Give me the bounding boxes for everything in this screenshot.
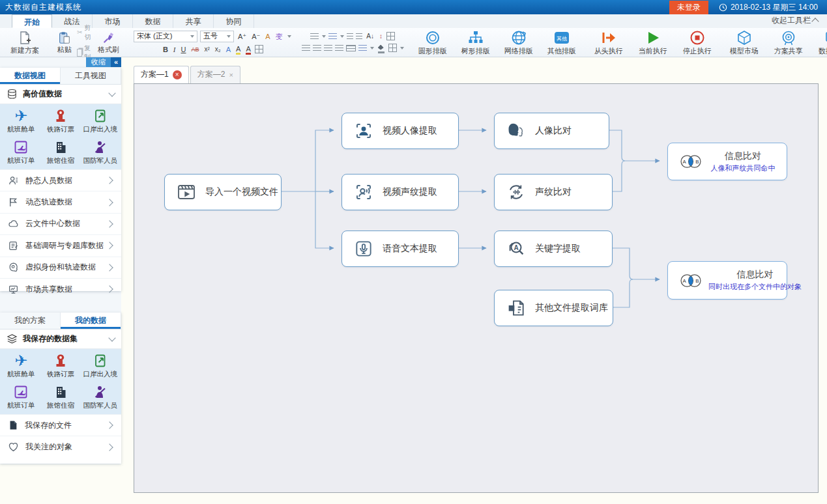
italic-button[interactable]: I: [172, 45, 177, 54]
node-import-video-file[interactable]: 导入一个视频文件: [164, 174, 282, 210]
tab-data-view[interactable]: 数据视图: [0, 68, 61, 84]
bold-button[interactable]: B: [162, 45, 169, 54]
other-layout-button[interactable]: 其他 其他排版: [544, 29, 580, 56]
shading-bucket-button[interactable]: [377, 43, 386, 53]
menu-tab-collab[interactable]: 协同: [214, 14, 254, 28]
subscript-button[interactable]: x₂: [214, 45, 222, 54]
tab-my-data[interactable]: 我的数据: [61, 313, 121, 329]
dataset-hotel-stay[interactable]: 旅馆住宿: [41, 139, 81, 165]
section-high-value-data[interactable]: 高价值数据: [0, 85, 121, 104]
sidebar-collapse-button[interactable]: 收缩 «: [86, 57, 121, 67]
shrink-font-button[interactable]: A⁻: [250, 32, 261, 41]
menu-tab-data[interactable]: 数据: [133, 14, 173, 28]
sidebar-item-my-saved-files[interactable]: 我保存的文件: [0, 414, 121, 436]
font-size-select[interactable]: 五号: [200, 31, 234, 42]
align-right-icon[interactable]: [324, 45, 332, 51]
menu-tab-share[interactable]: 共享: [173, 14, 214, 28]
sort-button[interactable]: ↕: [378, 32, 384, 41]
borders-icon[interactable]: [388, 44, 397, 52]
dataset-flight-manifest[interactable]: ✈航班舱单: [1, 353, 41, 379]
sidebar-item-trajectory-data[interactable]: 动态轨迹数据: [0, 191, 121, 212]
sidebar-item-cloud-file-data[interactable]: 云文件中心数据: [0, 213, 121, 234]
login-status-badge[interactable]: 未登录: [669, 1, 708, 14]
highlight-button[interactable]: A: [235, 44, 242, 55]
menu-tab-start[interactable]: 开始: [12, 14, 52, 28]
dataset-military-personnel[interactable]: 国防军人员: [80, 384, 120, 410]
tab-tool-view[interactable]: 工具视图: [61, 68, 121, 84]
close-tab-icon[interactable]: ×: [229, 71, 233, 79]
workspace-tab-plan2[interactable]: 方案—2 ×: [190, 66, 240, 83]
dataset-flight-order[interactable]: 航班订单: [1, 384, 41, 410]
new-plan-button[interactable]: 新建方案: [7, 29, 43, 55]
node-keyword-extract[interactable]: A 关键字提取: [494, 231, 613, 267]
align-justify-icon[interactable]: [335, 45, 343, 51]
data-share-button[interactable]: 数据共享: [815, 29, 827, 56]
run-from-start-button[interactable]: 从头执行: [590, 29, 627, 56]
clear-format-button[interactable]: A: [264, 32, 271, 41]
menu-tab-market[interactable]: 市场: [93, 14, 133, 28]
dataset-hotel-stay[interactable]: 旅馆住宿: [41, 384, 81, 410]
bullet-list-icon[interactable]: [310, 33, 319, 40]
font-name-select[interactable]: 宋体 (正文): [134, 31, 197, 42]
node-face-compare[interactable]: 人像比对: [494, 113, 609, 149]
node-info-compare-2[interactable]: AB 信息比对 同时出现在多个文件中的对象: [667, 261, 787, 300]
underline-button[interactable]: U: [180, 45, 188, 54]
node-speech-to-text-extract[interactable]: 语音文本提取: [341, 231, 459, 267]
workspace-tab-plan1[interactable]: 方案—1 ×: [134, 66, 189, 83]
close-tab-icon[interactable]: ×: [173, 70, 182, 79]
sidebar-item-my-followed-objects[interactable]: 我关注的对象: [0, 436, 121, 457]
menu-tabs: 开始 战法 市场 数据 共享 协同: [12, 14, 254, 28]
sidebar-item-research-library-data[interactable]: 基础调研与专题库数据: [0, 234, 121, 256]
railway-icon: [53, 108, 68, 124]
distribute-icon[interactable]: [346, 45, 356, 51]
dataset-border-entry[interactable]: 口岸出入境: [80, 108, 120, 134]
decrease-indent-icon[interactable]: [347, 33, 353, 40]
chevron-down-icon: [108, 334, 115, 341]
plan-share-button[interactable]: 方案共享: [770, 29, 807, 56]
node-info-compare-1[interactable]: AB 信息比对 人像和声纹共同命中: [667, 143, 787, 180]
dataset-border-entry[interactable]: 口岸出入境: [80, 353, 120, 379]
tab-my-plans[interactable]: 我的方案: [0, 313, 61, 329]
node-video-voiceprint-extract[interactable]: 视频声纹提取: [341, 174, 459, 210]
dataset-military-personnel[interactable]: 国防军人员: [80, 139, 120, 165]
case-change-button[interactable]: 变: [274, 32, 284, 41]
dataset-flight-order[interactable]: 航班订单: [1, 139, 41, 165]
strikethrough-button[interactable]: AB: [190, 45, 200, 54]
align-left-icon[interactable]: [302, 45, 310, 51]
tree-layout-button[interactable]: 树形排版: [457, 29, 494, 56]
dataset-rail-ticket[interactable]: 铁路订票: [41, 108, 81, 134]
railway-icon: [53, 353, 68, 369]
section-my-saved-datasets[interactable]: 我保存的数据集: [0, 329, 121, 349]
font-color-button[interactable]: A: [244, 44, 252, 55]
numbered-list-icon[interactable]: [328, 33, 337, 40]
network-layout-button[interactable]: 网络排版: [501, 29, 537, 56]
sidebar-item-virtual-identity-data[interactable]: 虚拟身份和轨迹数据: [0, 257, 121, 278]
collapse-toolbar-button[interactable]: 收起工具栏: [772, 15, 818, 28]
format-painter-button[interactable]: 格式刷: [94, 30, 123, 55]
run-current-button[interactable]: 当前执行: [635, 29, 671, 56]
dataset-flight-manifest[interactable]: ✈航班舱单: [1, 108, 41, 134]
char-shading-icon[interactable]: [255, 45, 263, 53]
cut-button[interactable]: ✂剪切: [77, 23, 93, 42]
node-voiceprint-compare[interactable]: 声纹比对: [494, 174, 613, 210]
model-market-button[interactable]: 模型市场: [726, 29, 762, 56]
node-video-face-extract[interactable]: 视频人像提取: [341, 113, 459, 149]
increase-indent-icon[interactable]: [356, 33, 362, 40]
node-note: 人像和声纹共同命中: [711, 163, 776, 173]
paste-button[interactable]: 粘贴: [53, 30, 76, 55]
sidebar-item-static-person-data[interactable]: 静态人员数据: [0, 169, 121, 191]
node-other-files-lexicon[interactable]: 其他文件提取词库: [494, 290, 613, 326]
text-direction-button[interactable]: A↓: [365, 32, 375, 41]
align-center-icon[interactable]: [313, 45, 321, 51]
stop-execution-button[interactable]: 停止执行: [679, 29, 716, 56]
text-effect-button[interactable]: A: [225, 45, 232, 54]
grow-font-button[interactable]: A⁺: [237, 32, 248, 41]
venn-diagram-icon: AB: [676, 152, 706, 171]
flow-canvas[interactable]: 导入一个视频文件 视频人像提取 人像比对 视频声纹提取 声纹比对: [134, 83, 819, 493]
table-icon[interactable]: [386, 32, 395, 40]
superscript-button[interactable]: x²: [203, 45, 210, 54]
dataset-rail-ticket[interactable]: 铁路订票: [41, 353, 81, 379]
sidebar-item-market-shared-data[interactable]: 市场共享数据: [0, 278, 121, 300]
circle-layout-button[interactable]: 圆形排版: [414, 29, 451, 56]
line-spacing-icon[interactable]: [358, 45, 367, 51]
